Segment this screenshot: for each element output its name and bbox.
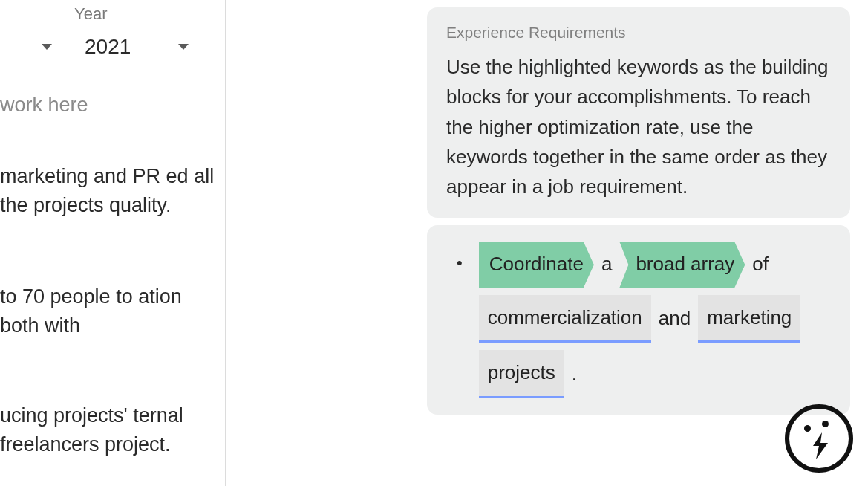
year-row: 2021: [0, 31, 196, 65]
keyword-missing[interactable]: commercialization: [479, 295, 651, 343]
filler-word: a: [601, 246, 612, 282]
experience-requirements-panel: Experience Requirements Use the highligh…: [427, 7, 850, 218]
brand-logo-icon: [797, 416, 841, 461]
editor-left-column: Year 2021 work here marketing and PR ed …: [0, 0, 226, 486]
month-dropdown[interactable]: [0, 31, 59, 65]
experience-text-fragment-2[interactable]: to 70 people to ation both with: [0, 282, 219, 340]
keyword-missing[interactable]: projects: [479, 350, 564, 398]
keyword-matched[interactable]: broad array: [619, 242, 745, 287]
year-value: 2021: [85, 35, 131, 59]
requirement-content: Coordinate a broad array of commercializ…: [479, 242, 831, 398]
keyword-missing[interactable]: marketing: [698, 295, 800, 343]
filler-word: .: [572, 356, 577, 392]
filler-word: of: [752, 246, 769, 282]
requirement-bullet: • Coordinate a broad array of commercial…: [446, 242, 831, 398]
chevron-down-icon: [178, 44, 189, 50]
keyword-requirement-panel: • Coordinate a broad array of commercial…: [427, 225, 850, 414]
year-dropdown[interactable]: 2021: [77, 31, 196, 65]
panel-title: Experience Requirements: [446, 24, 831, 42]
experience-text-fragment-3[interactable]: ucing projects' ternal freelancers proje…: [0, 401, 219, 459]
year-label: Year: [74, 4, 107, 24]
brand-logo-badge[interactable]: [785, 404, 853, 473]
filler-word: and: [659, 300, 691, 337]
keyword-matched[interactable]: Coordinate: [479, 242, 594, 287]
panel-body: Use the highlighted keywords as the buil…: [446, 52, 831, 201]
suggestions-sidebar: Experience Requirements Use the highligh…: [427, 7, 850, 422]
experience-text-fragment-1[interactable]: marketing and PR ed all the projects qua…: [0, 162, 219, 220]
bullet-icon: •: [457, 247, 463, 279]
chevron-down-icon: [42, 44, 52, 50]
work-here-placeholder[interactable]: work here: [0, 91, 219, 120]
